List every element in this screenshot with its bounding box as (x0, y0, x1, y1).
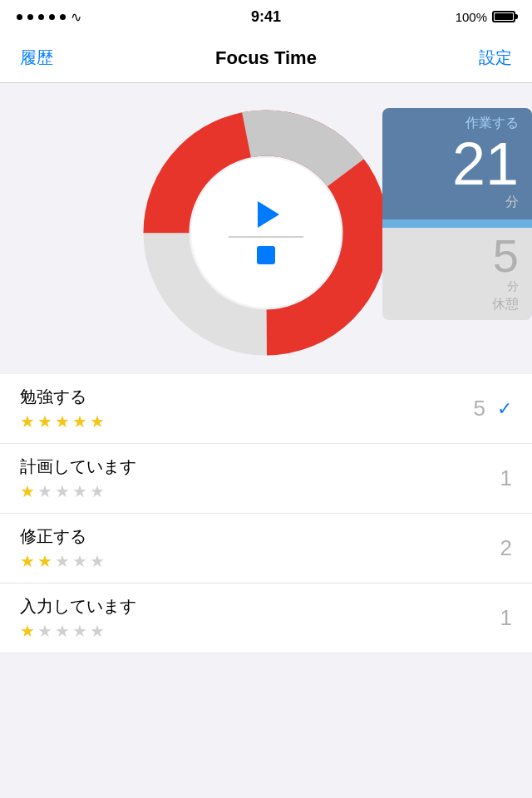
task-right: 1 (500, 605, 512, 631)
task-count: 1 (500, 605, 512, 631)
star-icon: ★ (55, 481, 70, 501)
work-label: 作業する (396, 115, 519, 132)
status-time: 9:41 (251, 8, 281, 26)
task-left: 修正する ★★★★★ (20, 525, 105, 571)
task-count: 2 (500, 535, 512, 561)
task-name: 勉強する (20, 386, 105, 408)
task-count: 1 (500, 466, 512, 491)
signal-dot-3 (38, 14, 44, 20)
star-icon: ★ (90, 481, 105, 501)
star-icon: ★ (37, 411, 52, 431)
battery-fill (495, 13, 513, 20)
star-icon: ★ (20, 621, 35, 641)
app-title: Focus Time (215, 47, 317, 69)
task-item[interactable]: 修正する ★★★★★ 2 (0, 514, 532, 584)
task-item[interactable]: 入力しています ★★★★★ 1 (0, 584, 532, 653)
info-panel: 作業する 21 分 5 分 休憩 (382, 108, 532, 320)
star-icon: ★ (90, 411, 105, 431)
battery-icon (492, 11, 515, 22)
signal-dot-2 (27, 14, 33, 20)
task-left: 勉強する ★★★★★ (20, 386, 105, 431)
battery-percentage: 100% (456, 10, 487, 24)
break-label: 休憩 (396, 296, 519, 313)
break-panel: 5 分 休憩 (382, 228, 532, 320)
star-icon: ★ (20, 481, 35, 501)
task-list: 勉強する ★★★★★ 5 ✓ 計画しています ★★★★★ 1 修正する ★★★★… (0, 374, 532, 653)
signal-dot-1 (17, 14, 22, 20)
signal-area: ∿ (17, 9, 81, 25)
task-stars: ★★★★★ (20, 621, 136, 641)
star-icon: ★ (37, 621, 52, 641)
star-icon: ★ (72, 551, 87, 571)
settings-button[interactable]: 設定 (479, 47, 512, 69)
star-icon: ★ (55, 621, 70, 641)
task-count: 5 (474, 396, 485, 421)
star-icon: ★ (90, 551, 105, 571)
play-stop-control[interactable] (216, 183, 316, 283)
wifi-icon: ∿ (71, 9, 81, 25)
task-right: 2 (500, 535, 512, 561)
task-item[interactable]: 勉強する ★★★★★ 5 ✓ (0, 374, 532, 444)
star-icon: ★ (72, 481, 87, 501)
nav-bar: 履歴 Focus Time 設定 (0, 33, 532, 83)
task-name: 計画しています (20, 456, 136, 478)
status-bar: ∿ 9:41 100% (0, 0, 532, 33)
task-stars: ★★★★★ (20, 481, 136, 501)
task-item[interactable]: 計画しています ★★★★★ 1 (0, 444, 532, 514)
star-icon: ★ (20, 411, 35, 431)
checkmark-icon: ✓ (497, 398, 512, 420)
task-left: 入力しています ★★★★★ (20, 595, 136, 641)
star-icon: ★ (90, 621, 105, 641)
star-icon: ★ (55, 551, 70, 571)
task-stars: ★★★★★ (20, 551, 105, 571)
break-minutes: 5 (396, 233, 519, 279)
task-name: 修正する (20, 525, 105, 548)
signal-dot-4 (49, 14, 55, 20)
divider (229, 236, 303, 238)
task-name: 入力しています (20, 595, 136, 618)
task-right: 5 ✓ (474, 396, 512, 421)
task-stars: ★★★★★ (20, 411, 105, 431)
signal-dot-5 (60, 14, 66, 20)
star-icon: ★ (72, 411, 87, 431)
stop-icon (257, 246, 275, 264)
star-icon: ★ (37, 551, 52, 571)
star-icon: ★ (20, 551, 35, 571)
star-icon: ★ (72, 621, 87, 641)
work-minutes: 21 (396, 134, 519, 194)
star-icon: ★ (55, 411, 70, 431)
battery-area: 100% (456, 10, 515, 24)
blue-bar (382, 219, 532, 228)
task-left: 計画しています ★★★★★ (20, 456, 136, 501)
donut-chart (141, 108, 391, 357)
play-icon (258, 201, 279, 228)
timer-section: 作業する 21 分 5 分 休憩 (0, 83, 532, 374)
star-icon: ★ (37, 481, 52, 501)
task-right: 1 (500, 466, 512, 491)
work-panel: 作業する 21 分 (382, 108, 532, 219)
history-button[interactable]: 履歴 (20, 47, 53, 69)
